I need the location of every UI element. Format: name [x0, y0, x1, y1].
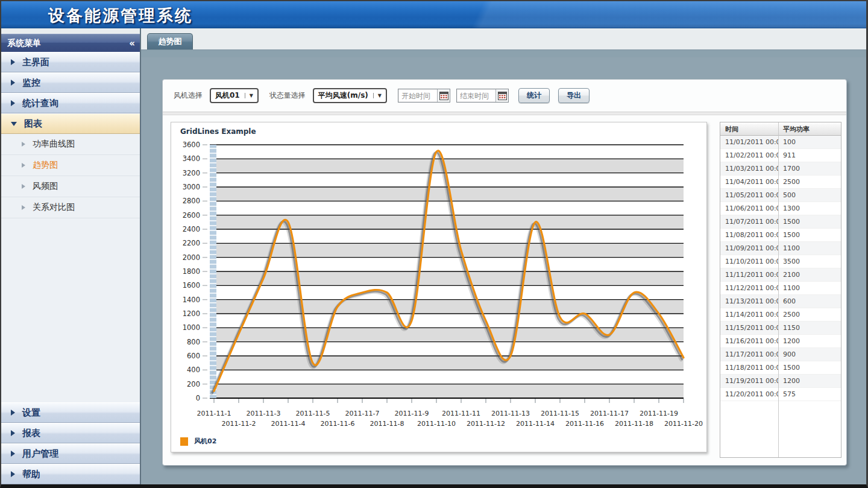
svg-text:2011-11-10: 2011-11-10: [417, 420, 456, 428]
sidebar-header: 系统菜单 «: [1, 34, 140, 52]
table-row[interactable]: 11/03/2011 00:01700: [720, 162, 841, 176]
fan-select-dropdown[interactable]: 风机01 ▼: [210, 88, 259, 103]
export-button[interactable]: 导出: [558, 88, 590, 103]
calendar-icon[interactable]: [437, 89, 450, 102]
svg-text:2800: 2800: [183, 197, 200, 205]
table-header-time[interactable]: 时间: [720, 122, 778, 135]
application-window: 设备能源管理系统 系统菜单 « 主界面 监控 统计查询 图表: [0, 0, 868, 488]
app-title: 设备能源管理系统: [48, 5, 193, 27]
sidebar-subitem-label: 功率曲线图: [33, 139, 75, 150]
tab-bar: 趋势图: [141, 28, 866, 49]
table-row[interactable]: 11/06/2011 00:01300: [720, 202, 841, 215]
svg-text:1400: 1400: [183, 296, 200, 304]
sidebar-collapse-icon[interactable]: «: [129, 38, 134, 49]
svg-text:200: 200: [187, 380, 200, 388]
svg-text:3200: 3200: [183, 169, 200, 177]
svg-text:400: 400: [187, 366, 200, 374]
sidebar-item-monitor[interactable]: 监控: [1, 72, 140, 93]
sidebar-item-stats-query[interactable]: 统计查询: [1, 93, 140, 113]
svg-text:2011-11-14: 2011-11-14: [516, 420, 555, 428]
app-header-banner: 设备能源管理系统: [1, 1, 866, 28]
chevron-right-icon: [11, 471, 15, 477]
table-row[interactable]: 11/02/2011 00:0911: [720, 149, 841, 162]
sidebar-item-label: 统计查询: [22, 98, 58, 109]
statistics-button[interactable]: 统计: [518, 88, 550, 103]
table-row[interactable]: 11/10/2011 00:03500: [720, 255, 841, 268]
chevron-right-icon: [22, 205, 25, 210]
svg-text:3000: 3000: [183, 183, 200, 191]
table-cell-avg-power: 575: [778, 388, 841, 401]
table-cell-avg-power: 1150: [778, 322, 841, 334]
table-cell-time: 11/11/2011 00:0: [720, 268, 778, 281]
table-row[interactable]: 11/01/2011 00:0100: [720, 136, 841, 149]
sidebar-item-charts[interactable]: 图表: [1, 113, 140, 134]
chevron-right-icon: [11, 59, 15, 65]
sidebar-item-user-management[interactable]: 用户管理: [1, 443, 140, 464]
svg-text:0: 0: [196, 394, 200, 402]
table-cell-avg-power: 2500: [778, 176, 841, 188]
sidebar-subitem-wind-frequency[interactable]: 风频图: [1, 176, 140, 197]
svg-text:800: 800: [187, 338, 200, 346]
table-row[interactable]: 11/17/2011 00:0900: [720, 348, 841, 361]
table-row[interactable]: 11/09/2011 00:01100: [720, 242, 841, 255]
table-cell-avg-power: 1300: [778, 202, 841, 215]
sidebar: 系统菜单 « 主界面 监控 统计查询 图表: [1, 28, 141, 484]
sidebar-subitem-label: 风频图: [33, 181, 58, 192]
chevron-right-icon: [11, 430, 15, 436]
fan-select-label: 风机选择: [174, 90, 203, 101]
table-row[interactable]: 11/08/2011 00:01500: [720, 229, 841, 242]
start-time-field: [398, 89, 450, 103]
table-row[interactable]: 11/11/2011 00:02100: [720, 268, 841, 282]
table-cell-avg-power: 1200: [778, 335, 841, 347]
table-row[interactable]: 11/14/2011 00:02500: [720, 308, 841, 322]
sidebar-subitem-relation-compare[interactable]: 关系对比图: [1, 197, 140, 218]
table-cell-time: 11/18/2011 00:0: [720, 361, 778, 374]
chevron-right-icon: [11, 410, 15, 416]
table-row[interactable]: 11/13/2011 00:0600: [720, 295, 841, 308]
chart-title: GridLines Example: [180, 127, 256, 136]
svg-text:2011-11-20: 2011-11-20: [664, 420, 703, 428]
svg-text:1800: 1800: [183, 267, 200, 276]
end-time-field: [456, 89, 509, 103]
sidebar-item-settings[interactable]: 设置: [1, 402, 140, 423]
table-header-avg-power[interactable]: 平均功率: [778, 122, 841, 135]
table-row[interactable]: 11/05/2011 00:0500: [720, 189, 841, 202]
sidebar-subitem-trend-chart[interactable]: 趋势图: [1, 155, 140, 176]
table-cell-time: 11/12/2011 00:0: [720, 282, 778, 294]
sidebar-item-help[interactable]: 帮助: [1, 464, 140, 484]
table-cell-avg-power: 1500: [778, 215, 841, 228]
svg-text:2011-11-8: 2011-11-8: [370, 420, 404, 428]
svg-text:2011-11-16: 2011-11-16: [565, 420, 604, 428]
trend-panel: 风机选择 风机01 ▼ 状态量选择 平均风速(m/s) ▼: [162, 79, 847, 466]
status-select-dropdown[interactable]: 平均风速(m/s) ▼: [313, 88, 387, 103]
sidebar-item-main[interactable]: 主界面: [1, 52, 140, 72]
sidebar-subitem-power-curve[interactable]: 功率曲线图: [1, 134, 140, 155]
svg-text:2011-11-18: 2011-11-18: [615, 420, 653, 428]
svg-text:1600: 1600: [183, 281, 200, 290]
start-time-input[interactable]: [398, 89, 437, 102]
tab-trend-chart[interactable]: 趋势图: [147, 33, 193, 49]
svg-text:2011-11-3: 2011-11-3: [247, 410, 281, 417]
table-cell-avg-power: 900: [778, 348, 841, 361]
end-time-input[interactable]: [457, 89, 495, 102]
table-row[interactable]: 11/12/2011 00:01100: [720, 282, 841, 295]
sidebar-item-label: 图表: [24, 118, 42, 130]
fan-select-value: 风机01: [215, 90, 240, 101]
table-row[interactable]: 11/20/2011 00:0575: [720, 388, 841, 401]
main-area: 趋势图 风机选择 风机01 ▼ 状态量选择 平均风速(m/s): [141, 28, 866, 484]
table-row[interactable]: 11/15/2011 00:01150: [720, 322, 841, 335]
svg-text:3600: 3600: [183, 141, 200, 149]
calendar-icon[interactable]: [495, 89, 508, 102]
sidebar-item-reports[interactable]: 报表: [1, 423, 140, 443]
table-row[interactable]: 11/07/2011 00:01500: [720, 215, 841, 229]
table-row[interactable]: 11/19/2011 00:01200: [720, 375, 841, 388]
table-row[interactable]: 11/18/2011 00:01500: [720, 361, 841, 375]
sidebar-subitem-label: 趋势图: [33, 160, 58, 171]
sidebar-subitem-label: 关系对比图: [33, 202, 75, 213]
table-row[interactable]: 11/04/2011 00:02500: [720, 176, 841, 189]
content-area: 风机选择 风机01 ▼ 状态量选择 平均风速(m/s) ▼: [141, 57, 866, 484]
svg-text:2011-11-17: 2011-11-17: [590, 410, 629, 417]
table-row[interactable]: 11/16/2011 00:01200: [720, 335, 841, 348]
svg-text:2011-11-2: 2011-11-2: [222, 420, 256, 428]
svg-text:2011-11-4: 2011-11-4: [271, 420, 306, 428]
